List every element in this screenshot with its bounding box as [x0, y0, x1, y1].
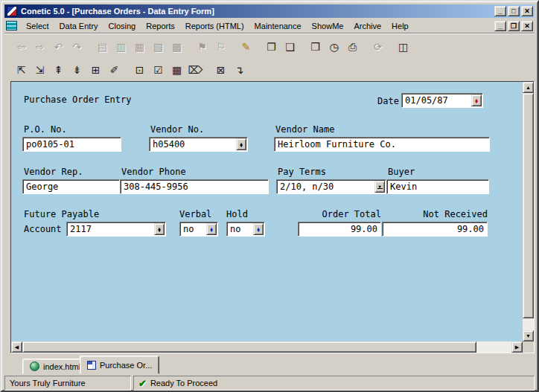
flag-icon[interactable]: ⚑ [193, 39, 211, 55]
toolbar-row-2: ⇱ ⇲ ⇞ ⇟ ⊞ ✐ ⊡ ☑ ▦ ⌦ ⊠ ↴ [4, 59, 535, 81]
vendor-name-label: Vendor Name [275, 124, 334, 135]
verify-icon[interactable]: ☑ [149, 62, 168, 78]
paste-icon[interactable]: ❑ [281, 39, 299, 55]
tab-index-html[interactable]: index.html [22, 359, 88, 374]
company-name: Yours Truly Furniture [10, 379, 86, 388]
vendor-number-field: ▲ ▼ [149, 137, 248, 152]
run-icon[interactable]: ↴ [230, 62, 249, 78]
vendor-phone-label: Vendor Phone [121, 167, 186, 177]
menu-showme[interactable]: ShowMe [307, 19, 349, 33]
date-spinner[interactable]: ▲ ▼ [471, 94, 482, 106]
mdi-close-button[interactable]: ✕ [521, 21, 533, 31]
buyer-label: Buyer [388, 167, 415, 177]
tab-purchase-orders[interactable]: Purchase Or... [80, 356, 159, 374]
check-icon: ✔ [138, 378, 147, 389]
hold-spinner[interactable]: ▲ ▼ [253, 223, 264, 235]
dropdown-arrow-icon: ▼ [378, 185, 381, 187]
date-field: ▲ ▼ [401, 93, 483, 108]
new-doc-icon[interactable]: ⊞ [86, 62, 105, 78]
maximize-button[interactable]: □ [508, 6, 520, 16]
scroll-up-button[interactable]: ▲ [523, 82, 534, 93]
data-icon[interactable]: ▩ [168, 39, 186, 55]
forward-icon[interactable]: ⇨ [31, 39, 49, 55]
vendor-number-input[interactable] [150, 138, 247, 151]
account-field: ▲ ▼ [66, 222, 166, 237]
form-icon[interactable] [6, 21, 17, 30]
horizontal-scrollbar[interactable]: ◀ ▶ [11, 341, 523, 353]
pay-terms-dropdown-button[interactable]: ▼ [374, 181, 385, 193]
app-icon [7, 6, 17, 16]
calculator-icon[interactable]: ▦ [168, 62, 186, 78]
vendor-number-spinner[interactable]: ▲ ▼ [236, 138, 246, 150]
page-down-icon[interactable]: ⇟ [68, 62, 86, 78]
mdi-minimize-button[interactable]: _ [494, 21, 506, 31]
grid-icon[interactable]: ▦ [130, 39, 149, 55]
flag-outline-icon[interactable]: ⚐ [211, 39, 230, 55]
mdi-restore-button[interactable]: ❐ [508, 21, 520, 31]
verbal-spinner[interactable]: ▲ ▼ [206, 223, 217, 235]
window-icon[interactable]: ❒ [306, 39, 325, 55]
edit-doc-icon[interactable]: ✐ [105, 62, 124, 78]
window-controls: _ □ ✕ [494, 6, 533, 16]
page-up-icon[interactable]: ⇞ [49, 62, 68, 78]
spin-down-icon: ▼ [240, 144, 243, 147]
scroll-right-button[interactable]: ▶ [511, 341, 523, 353]
buyer-field [386, 179, 489, 194]
not-received-input[interactable] [383, 222, 487, 236]
refresh-icon[interactable]: ⟳ [369, 39, 387, 55]
doc-last-icon[interactable]: ⇲ [31, 62, 49, 78]
menu-maintenance[interactable]: Maintenance [249, 19, 307, 33]
vertical-scroll-thumb[interactable] [523, 93, 534, 318]
back-icon[interactable]: ⇦ [12, 39, 31, 55]
print-icon[interactable]: ⎙ [343, 39, 362, 55]
scroll-left-button[interactable]: ◀ [11, 341, 22, 353]
redo-icon[interactable]: ↷ [68, 39, 86, 55]
toolbar-row-1: ⇦ ⇨ ↶ ↷ ▤ ▥ ▦ ▧ ▩ ⚑ ⚐ ✎ ❐ ❑ ❒ ◷ ⎙ ⟳ ◫ [4, 35, 535, 59]
chart-icon[interactable]: ▧ [149, 39, 168, 55]
copy-icon[interactable]: ❐ [262, 39, 281, 55]
menu-data-entry[interactable]: Data Entry [54, 19, 103, 33]
undo-icon[interactable]: ↶ [49, 39, 68, 55]
account-label: Account [24, 224, 62, 234]
order-total-label: Order Total [298, 209, 381, 219]
list-icon[interactable]: ▥ [112, 39, 130, 55]
monitor-icon[interactable]: ⊡ [130, 62, 149, 78]
account-input[interactable] [67, 222, 165, 236]
vendor-phone-input[interactable] [121, 180, 268, 193]
menu-reports-html[interactable]: Reports (HTML) [180, 19, 249, 33]
pay-terms-input[interactable] [277, 180, 386, 193]
exit-icon[interactable]: ◫ [394, 39, 412, 55]
menu-reports[interactable]: Reports [141, 19, 180, 33]
scrollbar-corner [523, 341, 534, 353]
form-client-area: Purchase Order Entry Date ▲ ▼ P.O. No. V… [10, 81, 535, 353]
title-bar: Conetic 5.0 - [Purchase Orders - Data En… [4, 4, 535, 18]
vendor-rep-input[interactable] [23, 180, 119, 193]
menu-help[interactable]: Help [386, 19, 414, 33]
form-icon [87, 361, 96, 370]
delete-icon[interactable]: ⌦ [186, 62, 205, 78]
spin-down-icon: ▼ [210, 229, 213, 231]
future-payable-label: Future Payable [24, 209, 99, 219]
horizontal-scroll-thumb[interactable] [22, 341, 476, 353]
close-button[interactable]: ✕ [521, 6, 533, 16]
vertical-scrollbar[interactable]: ▲ ▼ [523, 82, 534, 341]
doc-first-icon[interactable]: ⇱ [12, 62, 31, 78]
menu-closing[interactable]: Closing [103, 19, 141, 33]
table-icon[interactable]: ⊠ [211, 62, 230, 78]
edit-icon[interactable]: ✎ [237, 39, 255, 55]
vendor-rep-field [22, 179, 120, 194]
clock-icon[interactable]: ◷ [325, 39, 343, 55]
buyer-input[interactable] [387, 180, 488, 193]
account-spinner[interactable]: ▲ ▼ [154, 223, 165, 235]
report-icon[interactable]: ▤ [93, 39, 112, 55]
vendor-name-input[interactable] [275, 138, 489, 151]
minimize-button[interactable]: _ [494, 6, 506, 16]
menu-select[interactable]: Select [21, 19, 54, 33]
menu-archive[interactable]: Archive [348, 19, 386, 33]
order-total-input[interactable] [299, 222, 380, 236]
date-input[interactable] [402, 94, 482, 107]
pay-terms-label: Pay Terms [278, 167, 326, 177]
scroll-down-button[interactable]: ▼ [523, 330, 534, 341]
po-number-input[interactable] [23, 138, 121, 151]
po-number-label: P.O. No. [24, 124, 67, 135]
